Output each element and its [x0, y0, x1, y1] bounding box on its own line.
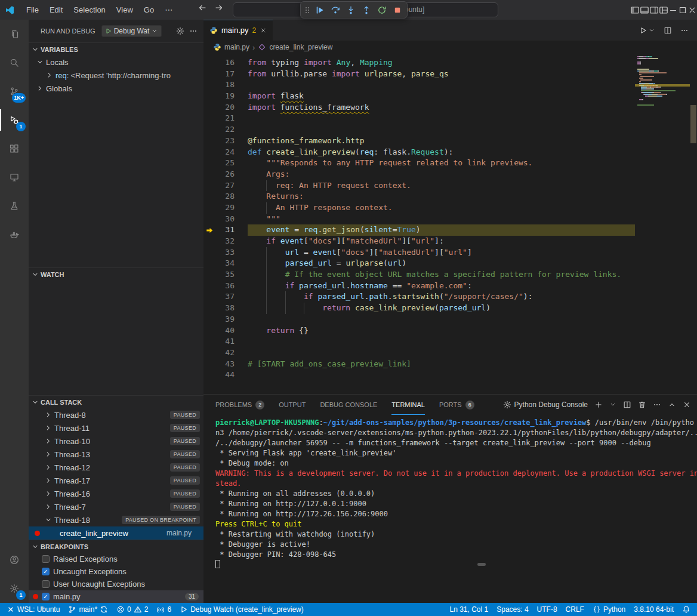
call-stack-thread[interactable]: Thread-10PAUSED [29, 435, 203, 448]
code-line-36[interactable]: 36 if parsed_url.hostname == "example.co… [203, 281, 635, 292]
code-line-16[interactable]: 16from typing import Any, Mapping [203, 57, 635, 69]
call-stack-thread[interactable]: Thread-12PAUSED [29, 461, 203, 474]
glyph-margin[interactable] [203, 69, 217, 80]
close-tab-button[interactable] [260, 27, 267, 34]
panel-tab-ports[interactable]: PORTS6 [439, 395, 474, 415]
panel-more-actions-button[interactable] [653, 401, 661, 409]
editor-scrollbar-thumb[interactable] [690, 105, 696, 143]
cursor-position[interactable]: Ln 31, Col 1 [445, 603, 492, 616]
code-line-32[interactable]: 32 if event["docs"]["matchedUrl"]["url"]… [203, 236, 635, 247]
language-status[interactable]: Python [588, 603, 630, 616]
launch-config-dropdown[interactable]: Debug Wat [101, 25, 162, 37]
code-line-44[interactable]: 44 [203, 369, 635, 381]
activity-search[interactable] [0, 48, 29, 77]
activity-run-and-debug[interactable]: 1 [0, 106, 29, 134]
breakpoint-row[interactable]: Uncaught Exceptions [29, 565, 203, 578]
stop-button[interactable] [390, 2, 405, 17]
glyph-margin[interactable] [203, 202, 217, 214]
new-terminal-button[interactable] [594, 401, 603, 409]
close-window-button[interactable] [687, 5, 697, 15]
breakpoint-checkbox[interactable] [42, 568, 50, 575]
breakpoints-section-header[interactable]: BREAKPOINTS [29, 540, 203, 553]
breakpoint-checkbox[interactable] [42, 555, 50, 563]
glyph-margin[interactable] [203, 269, 217, 281]
code-line-40[interactable]: 40 return {} [203, 325, 635, 337]
toggle-panel-button[interactable] [640, 5, 649, 15]
maximize-button[interactable] [678, 5, 687, 15]
breadcrumb-item-symbol[interactable]: create_link_preview [269, 43, 332, 51]
code-line-43[interactable]: 43# [START add_ons_case_preview_link] [203, 359, 635, 370]
glyph-margin[interactable] [203, 291, 217, 303]
code-line-41[interactable]: 41 [203, 336, 635, 347]
glyph-margin[interactable] [203, 169, 217, 180]
glyph-margin[interactable] [203, 314, 217, 325]
maximize-panel-button[interactable] [668, 401, 676, 409]
activity-extensions[interactable] [0, 134, 29, 163]
code-line-29[interactable]: 29 An HTTP response context. [203, 202, 635, 214]
continue-button[interactable] [312, 2, 328, 17]
code-line-23[interactable]: 23@functions_framework.http [203, 135, 635, 147]
glyph-margin[interactable] [203, 158, 217, 169]
code-editor[interactable]: 16from typing import Any, Mapping17from … [203, 54, 697, 394]
code-line-19[interactable]: 19import flask [203, 91, 635, 102]
breadcrumb-item-file[interactable]: main.py [224, 43, 249, 51]
glyph-margin[interactable] [203, 236, 217, 247]
step-into-button[interactable] [343, 2, 359, 17]
code-line-17[interactable]: 17from urllib.parse import urlparse, par… [203, 69, 635, 80]
glyph-margin[interactable] [203, 91, 217, 102]
remote-indicator[interactable]: WSL: Ubuntu [2, 603, 64, 616]
call-stack-thread[interactable]: Thread-7PAUSED [29, 500, 203, 513]
code-line-30[interactable]: 30 """ [203, 214, 635, 225]
menu-more[interactable]: ⋯ [159, 0, 178, 20]
step-out-button[interactable] [359, 2, 374, 17]
toggle-sidebar-button[interactable] [630, 5, 640, 15]
activity-explorer[interactable] [0, 20, 29, 48]
code-line-26[interactable]: 26 Args: [203, 169, 635, 180]
code-line-42[interactable]: 42 [203, 347, 635, 359]
active-terminal-selector[interactable]: Python Debug Console [503, 401, 588, 409]
activity-docker[interactable] [0, 220, 29, 249]
breakpoint-checkbox[interactable] [42, 593, 50, 600]
glyph-margin[interactable] [203, 113, 217, 124]
call-stack-thread[interactable]: Thread-13PAUSED [29, 448, 203, 461]
menu-view[interactable]: View [111, 0, 138, 20]
code-line-38[interactable]: 38 return case_link_preview(parsed_url) [203, 303, 635, 314]
variable-row[interactable]: Locals [29, 56, 203, 69]
breakpoint-row[interactable]: User Uncaught Exceptions [29, 578, 203, 590]
code-line-37[interactable]: 37 if parsed_url.path.startswith("/suppo… [203, 291, 635, 303]
debug-status[interactable]: Debug Watch (create_link_preview) [175, 603, 308, 616]
encoding-status[interactable]: UTF-8 [533, 603, 562, 616]
split-terminal-button[interactable] [623, 401, 631, 409]
stack-frame-row[interactable]: create_link_previewmain.py [29, 526, 203, 540]
python-version-status[interactable]: 3.8.10 64-bit [630, 603, 678, 616]
panel-tab-debug-console[interactable]: DEBUG CONSOLE [320, 395, 377, 415]
glyph-margin[interactable] [203, 57, 217, 69]
close-panel-button[interactable] [683, 401, 691, 409]
activity-testing[interactable] [0, 192, 29, 220]
debug-settings-gear-button[interactable] [176, 27, 184, 35]
run-python-file-button[interactable] [639, 26, 655, 35]
glyph-margin[interactable] [203, 258, 217, 269]
call-stack-section-header[interactable]: CALL STACK [29, 395, 203, 408]
problems-status[interactable]: 02 [112, 603, 152, 616]
code-line-20[interactable]: 20import functions_framework [203, 102, 635, 113]
menu-file[interactable]: File [21, 0, 44, 20]
glyph-margin[interactable] [203, 147, 217, 158]
menu-selection[interactable]: Selection [68, 0, 110, 20]
watch-section-header[interactable]: WATCH [29, 267, 203, 281]
editor-scrollbar[interactable] [690, 54, 697, 394]
code-line-33[interactable]: 33 url = event["docs"]["matchedUrl"]["ur… [203, 247, 635, 258]
code-line-22[interactable]: 22 [203, 124, 635, 135]
glyph-margin[interactable] [203, 336, 217, 347]
call-stack-thread[interactable]: Thread-8PAUSED [29, 408, 203, 421]
debug-current-line-arrow[interactable] [203, 224, 217, 236]
glyph-margin[interactable] [203, 135, 217, 147]
code-line-25[interactable]: 25 """Responds to any HTTP request relat… [203, 158, 635, 169]
terminal-output[interactable]: pierrick@LAPTOP-HKU5PNNG:~/git/add-ons-s… [203, 415, 697, 603]
glyph-margin[interactable] [203, 369, 217, 381]
variable-row[interactable]: Globals [29, 82, 203, 95]
panel-tab-output[interactable]: OUTPUT [279, 395, 306, 415]
toggle-secondary-sidebar-button[interactable] [649, 5, 659, 15]
navigate-forward-button[interactable] [214, 3, 224, 13]
call-stack-thread[interactable]: Thread-16PAUSED [29, 487, 203, 500]
